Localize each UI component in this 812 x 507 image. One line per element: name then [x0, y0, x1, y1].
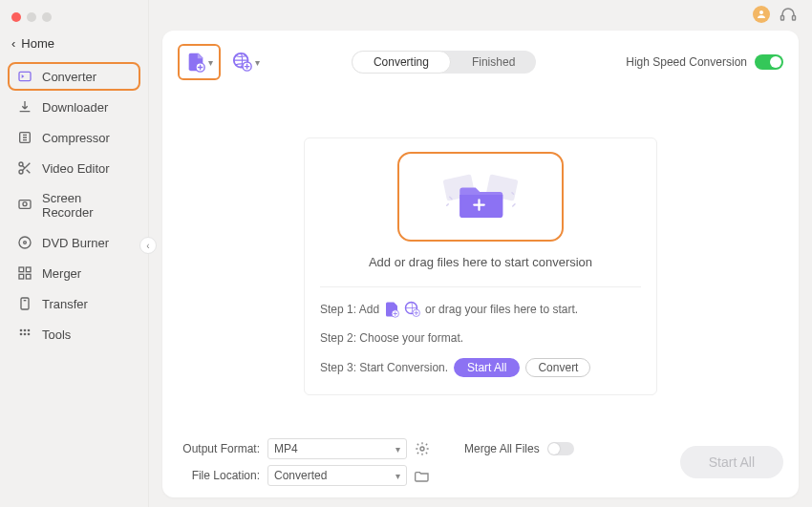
window-traffic-lights: [0, 6, 148, 29]
minimize-window-icon[interactable]: [27, 12, 36, 22]
sidebar-item-dvd-burner[interactable]: DVD Burner: [8, 228, 140, 257]
sidebar-item-label: Video Editor: [42, 161, 110, 176]
sidebar-item-label: Compressor: [42, 131, 110, 145]
svg-rect-4: [19, 201, 31, 209]
zoom-window-icon[interactable]: [42, 12, 52, 22]
step-3: Step 3: Start Conversion. Start All Conv…: [320, 358, 641, 377]
svg-rect-9: [26, 267, 31, 272]
sidebar-item-video-editor[interactable]: Video Editor: [8, 154, 140, 182]
topbar: [149, 0, 812, 29]
bottom-bar: Output Format: MP4 ▾ Merge All Files Fil…: [178, 425, 783, 486]
settings-gear-icon[interactable]: [415, 441, 430, 456]
svg-point-19: [759, 11, 763, 14]
home-button[interactable]: ‹ Home: [0, 29, 148, 58]
output-format-select[interactable]: MP4 ▾: [267, 438, 407, 459]
sidebar-item-label: Transfer: [42, 297, 88, 311]
step-2: Step 2: Choose your format.: [320, 331, 641, 345]
svg-rect-10: [19, 274, 24, 279]
step-1: Step 1: Add or drag your files here to s…: [320, 301, 641, 318]
svg-point-2: [19, 162, 23, 166]
user-avatar-icon[interactable]: [753, 6, 770, 23]
disc-icon: [17, 235, 32, 250]
scissors-icon: [17, 160, 32, 176]
step3-text: Step 3: Start Conversion.: [320, 361, 448, 374]
output-format-label: Output Format:: [178, 442, 260, 455]
chevron-down-icon: ▾: [395, 444, 400, 454]
folder-plus-icon: [438, 161, 524, 228]
add-file-button[interactable]: ▾: [178, 44, 221, 80]
svg-point-3: [19, 170, 23, 174]
downloader-icon: [17, 99, 32, 115]
steps: Step 1: Add or drag your files here to s…: [320, 286, 641, 377]
file-location-value: Converted: [274, 469, 327, 482]
nav: Converter Downloader Compressor Video Ed…: [0, 58, 148, 352]
svg-rect-11: [26, 274, 31, 279]
tab-finished[interactable]: Finished: [451, 51, 536, 74]
chevron-down-icon: ▾: [208, 57, 213, 68]
transfer-icon: [17, 296, 32, 311]
merge-toggle[interactable]: [547, 442, 574, 455]
globe-plus-icon[interactable]: [404, 301, 421, 318]
open-folder-icon[interactable]: [415, 468, 430, 483]
sidebar-item-downloader[interactable]: Downloader: [8, 93, 140, 121]
file-location-select[interactable]: Converted ▾: [267, 465, 407, 486]
sidebar-item-tools[interactable]: Tools: [8, 320, 140, 349]
svg-point-14: [24, 329, 27, 332]
toolbar-right: High Speed Conversion: [626, 54, 783, 70]
svg-point-17: [24, 333, 27, 336]
svg-rect-0: [19, 72, 31, 80]
step1-post: or drag your files here to start.: [425, 303, 578, 316]
support-headset-icon[interactable]: [780, 6, 797, 23]
toolbar-left: ▾ ▾: [178, 44, 262, 80]
sidebar-item-screen-recorder[interactable]: Screen Recorder: [8, 184, 140, 226]
status-tabs: Converting Finished: [352, 51, 536, 74]
merge-label: Merge All Files: [464, 442, 540, 455]
compressor-icon: [17, 130, 32, 145]
sidebar: ‹ Home Converter Downloader Compressor: [0, 0, 149, 507]
svg-point-15: [28, 329, 31, 332]
main: ‹ ▾ ▾ Converting Finished: [149, 0, 812, 507]
sidebar-item-compressor[interactable]: Compressor: [8, 123, 140, 152]
tab-converting[interactable]: Converting: [352, 51, 451, 74]
close-window-icon[interactable]: [11, 12, 21, 22]
sidebar-item-transfer[interactable]: Transfer: [8, 289, 140, 318]
start-all-pill[interactable]: Start All: [454, 358, 520, 377]
toolbar: ▾ ▾ Converting Finished High Speed Conve…: [178, 44, 783, 80]
high-speed-label: High Speed Conversion: [626, 55, 747, 69]
sidebar-item-label: Screen Recorder: [42, 191, 131, 220]
sidebar-item-label: Tools: [42, 327, 71, 342]
svg-point-5: [23, 202, 27, 206]
start-all-button[interactable]: Start All: [680, 446, 783, 478]
convert-pill[interactable]: Convert: [525, 358, 590, 377]
screen-recorder-icon: [17, 198, 32, 213]
drop-text: Add or drag files here to start conversi…: [369, 255, 592, 269]
drop-area: Add or drag files here to start conversi…: [304, 137, 657, 395]
svg-point-7: [24, 242, 27, 244]
output-format-value: MP4: [274, 442, 298, 455]
merger-icon: [17, 265, 32, 281]
svg-point-16: [20, 333, 23, 336]
chevron-left-icon: ‹: [11, 36, 15, 51]
sidebar-item-label: Converter: [42, 70, 96, 84]
svg-point-6: [19, 237, 31, 248]
svg-point-30: [420, 447, 424, 451]
bottom-labels: Output Format: MP4 ▾ Merge All Files Fil…: [178, 438, 574, 486]
sidebar-item-converter[interactable]: Converter: [8, 62, 140, 91]
chevron-down-icon: ▾: [395, 471, 400, 481]
home-label: Home: [21, 36, 54, 51]
add-files-dropzone[interactable]: [397, 152, 564, 242]
add-url-button[interactable]: ▾: [230, 46, 262, 78]
sidebar-item-merger[interactable]: Merger: [8, 259, 140, 287]
svg-rect-21: [793, 16, 796, 21]
sidebar-collapse-button[interactable]: ‹: [139, 237, 157, 254]
chevron-down-icon: ▾: [255, 57, 260, 68]
svg-rect-8: [19, 267, 24, 272]
file-plus-icon[interactable]: [383, 301, 400, 318]
sidebar-item-label: Merger: [42, 266, 81, 281]
file-location-label: File Location:: [178, 469, 260, 482]
svg-point-18: [28, 333, 31, 336]
sidebar-item-label: Downloader: [42, 100, 108, 115]
sidebar-item-label: DVD Burner: [42, 236, 109, 250]
content-card: ▾ ▾ Converting Finished High Speed Conve…: [162, 31, 799, 497]
high-speed-toggle[interactable]: [755, 54, 783, 70]
